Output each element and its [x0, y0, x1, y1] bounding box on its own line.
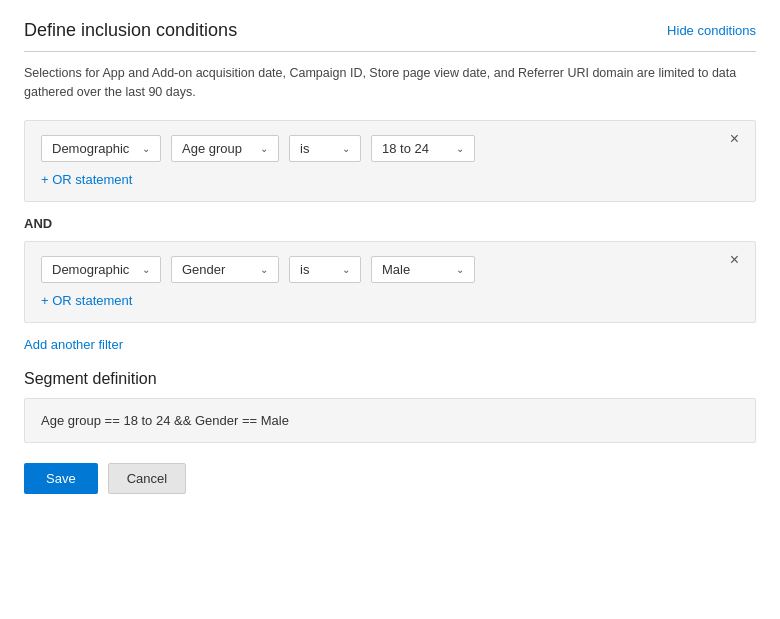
filter-1-subcategory-chevron-icon: ⌄	[260, 143, 268, 154]
filter-2-or-statement-link[interactable]: + OR statement	[41, 293, 132, 308]
filter-2-category-chevron-icon: ⌄	[142, 264, 150, 275]
filter-2-subcategory-value: Gender	[182, 262, 225, 277]
filter-2-value-chevron-icon: ⌄	[456, 264, 464, 275]
page-container: Define inclusion conditions Hide conditi…	[0, 0, 780, 514]
filter-1-value-text: 18 to 24	[382, 141, 429, 156]
filter-2-operator-value: is	[300, 262, 309, 277]
filter-1-operator-chevron-icon: ⌄	[342, 143, 350, 154]
filter-1-value-dropdown[interactable]: 18 to 24 ⌄	[371, 135, 475, 162]
filter-2-value-text: Male	[382, 262, 410, 277]
filter-2-operator-dropdown[interactable]: is ⌄	[289, 256, 361, 283]
hide-conditions-link[interactable]: Hide conditions	[667, 23, 756, 38]
filter-1-subcategory-value: Age group	[182, 141, 242, 156]
filter-block-2: × Demographic ⌄ Gender ⌄ is ⌄ Male ⌄ + O…	[24, 241, 756, 323]
filter-1-category-chevron-icon: ⌄	[142, 143, 150, 154]
page-title: Define inclusion conditions	[24, 20, 237, 41]
filter-1-operator-dropdown[interactable]: is ⌄	[289, 135, 361, 162]
filter-1-row: Demographic ⌄ Age group ⌄ is ⌄ 18 to 24 …	[41, 135, 739, 162]
filter-2-category-dropdown[interactable]: Demographic ⌄	[41, 256, 161, 283]
filter-block-1: × Demographic ⌄ Age group ⌄ is ⌄ 18 to 2…	[24, 120, 756, 202]
and-label: AND	[24, 216, 756, 231]
filter-2-category-value: Demographic	[52, 262, 129, 277]
button-row: Save Cancel	[24, 463, 756, 494]
filter-1-operator-value: is	[300, 141, 309, 156]
header-row: Define inclusion conditions Hide conditi…	[24, 20, 756, 52]
segment-definition-title: Segment definition	[24, 370, 756, 388]
filter-2-row: Demographic ⌄ Gender ⌄ is ⌄ Male ⌄	[41, 256, 739, 283]
close-filter-2-button[interactable]: ×	[728, 252, 741, 268]
segment-definition-text: Age group == 18 to 24 && Gender == Male	[41, 413, 289, 428]
filter-2-operator-chevron-icon: ⌄	[342, 264, 350, 275]
filter-1-category-value: Demographic	[52, 141, 129, 156]
save-button[interactable]: Save	[24, 463, 98, 494]
segment-definition-box: Age group == 18 to 24 && Gender == Male	[24, 398, 756, 443]
filter-1-category-dropdown[interactable]: Demographic ⌄	[41, 135, 161, 162]
filter-2-value-dropdown[interactable]: Male ⌄	[371, 256, 475, 283]
info-text: Selections for App and Add-on acquisitio…	[24, 64, 756, 102]
filter-1-or-statement-link[interactable]: + OR statement	[41, 172, 132, 187]
filter-1-subcategory-dropdown[interactable]: Age group ⌄	[171, 135, 279, 162]
filter-1-value-chevron-icon: ⌄	[456, 143, 464, 154]
filter-2-subcategory-dropdown[interactable]: Gender ⌄	[171, 256, 279, 283]
filter-2-subcategory-chevron-icon: ⌄	[260, 264, 268, 275]
cancel-button[interactable]: Cancel	[108, 463, 186, 494]
close-filter-1-button[interactable]: ×	[728, 131, 741, 147]
add-filter-link[interactable]: Add another filter	[24, 337, 123, 352]
